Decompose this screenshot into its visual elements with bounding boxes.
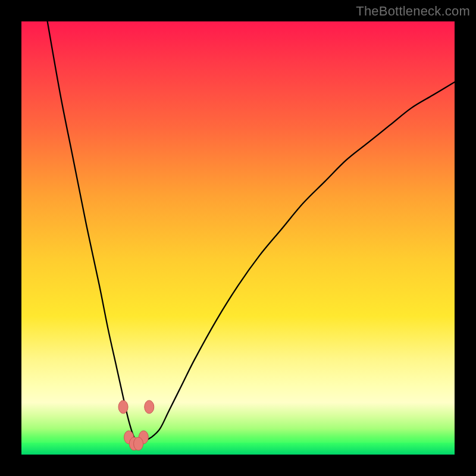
data-markers — [118, 400, 154, 450]
chart-frame: TheBottleneck.com — [0, 0, 476, 476]
data-marker — [134, 437, 143, 450]
plot-area — [21, 21, 455, 455]
data-marker — [118, 400, 128, 414]
watermark-label: TheBottleneck.com — [356, 4, 470, 19]
curve-layer — [21, 21, 455, 455]
bottleneck-curve — [48, 21, 455, 442]
data-marker — [145, 400, 154, 414]
